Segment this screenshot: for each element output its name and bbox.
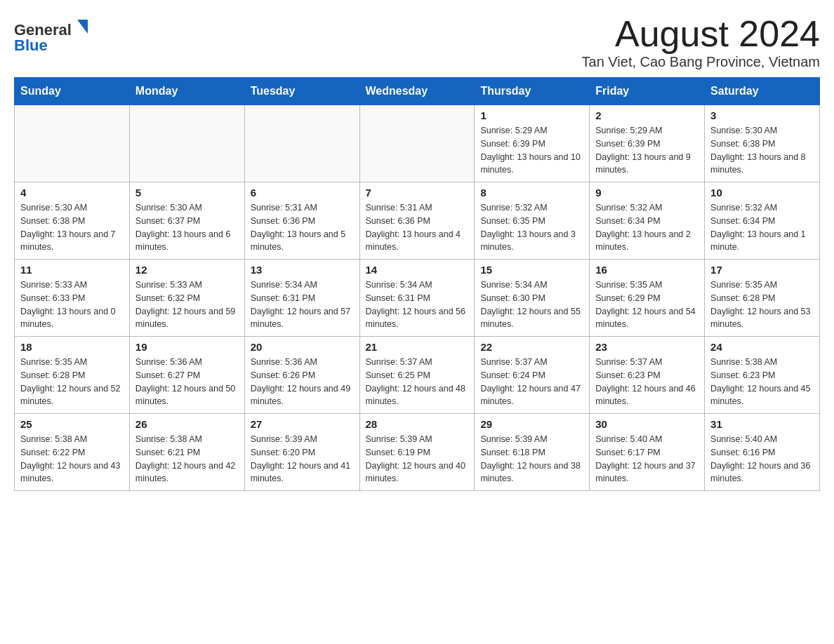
table-row: 30Sunrise: 5:40 AMSunset: 6:17 PMDayligh… xyxy=(590,414,705,491)
col-saturday: Saturday xyxy=(705,78,820,105)
table-row: 13Sunrise: 5:34 AMSunset: 6:31 PMDayligh… xyxy=(244,260,359,337)
day-number: 31 xyxy=(710,418,814,430)
week-row-4: 18Sunrise: 5:35 AMSunset: 6:28 PMDayligh… xyxy=(15,337,820,414)
table-row: 24Sunrise: 5:38 AMSunset: 6:23 PMDayligh… xyxy=(705,337,820,414)
table-row: 7Sunrise: 5:31 AMSunset: 6:36 PMDaylight… xyxy=(359,182,475,260)
table-row: 4Sunrise: 5:30 AMSunset: 6:38 PMDaylight… xyxy=(15,182,130,260)
day-number: 4 xyxy=(20,187,124,199)
day-number: 6 xyxy=(251,187,354,199)
day-number: 13 xyxy=(251,264,354,276)
table-row: 14Sunrise: 5:34 AMSunset: 6:31 PMDayligh… xyxy=(359,260,475,337)
table-row: 8Sunrise: 5:32 AMSunset: 6:35 PMDaylight… xyxy=(475,182,590,260)
day-info: Sunrise: 5:35 AMSunset: 6:28 PMDaylight:… xyxy=(710,279,814,331)
day-info: Sunrise: 5:38 AMSunset: 6:23 PMDaylight:… xyxy=(710,356,814,408)
day-number: 7 xyxy=(366,187,469,199)
day-number: 16 xyxy=(595,264,699,276)
col-thursday: Thursday xyxy=(475,78,590,105)
day-info: Sunrise: 5:32 AMSunset: 6:35 PMDaylight:… xyxy=(480,201,583,254)
day-number: 12 xyxy=(135,264,239,276)
day-number: 27 xyxy=(251,418,354,430)
logo-general-text: General Blue xyxy=(14,14,98,55)
table-row: 9Sunrise: 5:32 AMSunset: 6:34 PMDaylight… xyxy=(590,182,705,260)
table-row: 12Sunrise: 5:33 AMSunset: 6:32 PMDayligh… xyxy=(129,260,244,337)
day-number: 24 xyxy=(710,341,814,353)
day-info: Sunrise: 5:31 AMSunset: 6:36 PMDaylight:… xyxy=(366,201,469,254)
day-info: Sunrise: 5:32 AMSunset: 6:34 PMDaylight:… xyxy=(595,201,699,254)
day-info: Sunrise: 5:37 AMSunset: 6:25 PMDaylight:… xyxy=(366,356,469,408)
day-info: Sunrise: 5:37 AMSunset: 6:24 PMDaylight:… xyxy=(480,356,583,408)
day-info: Sunrise: 5:38 AMSunset: 6:22 PMDaylight:… xyxy=(20,433,124,485)
location-title: Tan Viet, Cao Bang Province, Vietnam xyxy=(582,54,820,70)
day-info: Sunrise: 5:31 AMSunset: 6:36 PMDaylight:… xyxy=(251,201,354,254)
day-info: Sunrise: 5:35 AMSunset: 6:29 PMDaylight:… xyxy=(595,279,699,331)
week-row-1: 1Sunrise: 5:29 AMSunset: 6:39 PMDaylight… xyxy=(15,105,820,182)
day-info: Sunrise: 5:29 AMSunset: 6:39 PMDaylight:… xyxy=(595,124,699,177)
table-row xyxy=(359,105,475,182)
table-row: 15Sunrise: 5:34 AMSunset: 6:30 PMDayligh… xyxy=(475,260,590,337)
table-row: 22Sunrise: 5:37 AMSunset: 6:24 PMDayligh… xyxy=(475,337,590,414)
table-row: 23Sunrise: 5:37 AMSunset: 6:23 PMDayligh… xyxy=(590,337,705,414)
table-row: 10Sunrise: 5:32 AMSunset: 6:34 PMDayligh… xyxy=(705,182,820,260)
day-number: 15 xyxy=(480,264,583,276)
day-number: 10 xyxy=(710,187,814,199)
table-row: 25Sunrise: 5:38 AMSunset: 6:22 PMDayligh… xyxy=(15,414,130,491)
day-info: Sunrise: 5:35 AMSunset: 6:28 PMDaylight:… xyxy=(20,356,124,408)
table-row: 16Sunrise: 5:35 AMSunset: 6:29 PMDayligh… xyxy=(590,260,705,337)
day-info: Sunrise: 5:36 AMSunset: 6:27 PMDaylight:… xyxy=(135,356,239,408)
calendar-header-row: Sunday Monday Tuesday Wednesday Thursday… xyxy=(15,78,820,105)
day-number: 11 xyxy=(20,264,124,276)
table-row: 19Sunrise: 5:36 AMSunset: 6:27 PMDayligh… xyxy=(129,337,244,414)
day-info: Sunrise: 5:38 AMSunset: 6:21 PMDaylight:… xyxy=(135,433,239,485)
day-number: 20 xyxy=(251,341,354,353)
day-number: 17 xyxy=(710,264,814,276)
day-info: Sunrise: 5:33 AMSunset: 6:33 PMDaylight:… xyxy=(20,279,124,331)
table-row: 27Sunrise: 5:39 AMSunset: 6:20 PMDayligh… xyxy=(244,414,359,491)
table-row: 26Sunrise: 5:38 AMSunset: 6:21 PMDayligh… xyxy=(129,414,244,491)
day-info: Sunrise: 5:39 AMSunset: 6:20 PMDaylight:… xyxy=(251,433,354,485)
day-info: Sunrise: 5:29 AMSunset: 6:39 PMDaylight:… xyxy=(480,124,583,177)
table-row: 2Sunrise: 5:29 AMSunset: 6:39 PMDaylight… xyxy=(590,105,705,182)
day-number: 3 xyxy=(710,109,814,121)
page-header: General Blue August 2024 Tan Viet, Cao B… xyxy=(14,14,820,70)
table-row xyxy=(129,105,244,182)
week-row-2: 4Sunrise: 5:30 AMSunset: 6:38 PMDaylight… xyxy=(15,182,820,260)
day-number: 22 xyxy=(480,341,583,353)
day-info: Sunrise: 5:34 AMSunset: 6:31 PMDaylight:… xyxy=(366,279,469,331)
day-info: Sunrise: 5:34 AMSunset: 6:30 PMDaylight:… xyxy=(480,279,583,331)
title-block: August 2024 Tan Viet, Cao Bang Province,… xyxy=(582,14,820,70)
day-info: Sunrise: 5:30 AMSunset: 6:38 PMDaylight:… xyxy=(710,124,814,177)
table-row: 21Sunrise: 5:37 AMSunset: 6:25 PMDayligh… xyxy=(359,337,475,414)
table-row xyxy=(244,105,359,182)
table-row: 3Sunrise: 5:30 AMSunset: 6:38 PMDaylight… xyxy=(705,105,820,182)
day-info: Sunrise: 5:37 AMSunset: 6:23 PMDaylight:… xyxy=(595,356,699,408)
table-row: 5Sunrise: 5:30 AMSunset: 6:37 PMDaylight… xyxy=(129,182,244,260)
table-row: 28Sunrise: 5:39 AMSunset: 6:19 PMDayligh… xyxy=(359,414,475,491)
col-sunday: Sunday xyxy=(15,78,130,105)
table-row xyxy=(15,105,130,182)
day-number: 19 xyxy=(135,341,239,353)
col-wednesday: Wednesday xyxy=(359,78,475,105)
col-tuesday: Tuesday xyxy=(244,78,359,105)
day-number: 14 xyxy=(366,264,469,276)
svg-marker-1 xyxy=(77,20,88,34)
day-info: Sunrise: 5:30 AMSunset: 6:38 PMDaylight:… xyxy=(20,201,124,254)
month-title: August 2024 xyxy=(582,14,820,54)
calendar-table: Sunday Monday Tuesday Wednesday Thursday… xyxy=(14,77,820,491)
day-number: 5 xyxy=(135,187,239,199)
week-row-5: 25Sunrise: 5:38 AMSunset: 6:22 PMDayligh… xyxy=(15,414,820,491)
col-monday: Monday xyxy=(129,78,244,105)
day-info: Sunrise: 5:40 AMSunset: 6:16 PMDaylight:… xyxy=(710,433,814,485)
table-row: 29Sunrise: 5:39 AMSunset: 6:18 PMDayligh… xyxy=(475,414,590,491)
day-number: 29 xyxy=(480,418,583,430)
day-info: Sunrise: 5:33 AMSunset: 6:32 PMDaylight:… xyxy=(135,279,239,331)
day-number: 23 xyxy=(595,341,699,353)
day-info: Sunrise: 5:39 AMSunset: 6:19 PMDaylight:… xyxy=(366,433,469,485)
week-row-3: 11Sunrise: 5:33 AMSunset: 6:33 PMDayligh… xyxy=(15,260,820,337)
table-row: 11Sunrise: 5:33 AMSunset: 6:33 PMDayligh… xyxy=(15,260,130,337)
table-row: 20Sunrise: 5:36 AMSunset: 6:26 PMDayligh… xyxy=(244,337,359,414)
table-row: 31Sunrise: 5:40 AMSunset: 6:16 PMDayligh… xyxy=(705,414,820,491)
day-number: 2 xyxy=(595,109,699,121)
day-info: Sunrise: 5:34 AMSunset: 6:31 PMDaylight:… xyxy=(251,279,354,331)
table-row: 1Sunrise: 5:29 AMSunset: 6:39 PMDaylight… xyxy=(475,105,590,182)
day-number: 18 xyxy=(20,341,124,353)
